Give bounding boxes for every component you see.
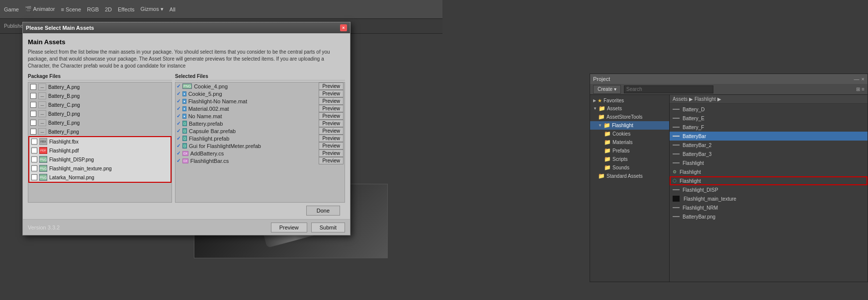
menu-all[interactable]: All <box>170 6 175 12</box>
preview-button[interactable]: Preview <box>319 112 344 120</box>
menu-game[interactable]: Game <box>4 6 19 12</box>
selected-files-column: Selected Files ✓ PNG Cookie_4.png Previe… <box>175 74 345 203</box>
preview-button[interactable]: Preview <box>319 82 344 90</box>
checkmark-icon: ✓ <box>176 136 180 141</box>
create-button[interactable]: Create ▾ <box>593 85 621 94</box>
file-row[interactable]: Flashlight_main_texture <box>670 194 868 203</box>
panel-minimize[interactable]: — <box>854 76 860 82</box>
list-item[interactable]: — Battery_C.png <box>28 100 172 109</box>
tree-cookies[interactable]: 📁 Cookies <box>590 130 669 138</box>
file-row[interactable]: Battery_D <box>670 105 868 114</box>
dialog-columns: Package Files — Battery_A.png — Battery_… <box>28 74 345 203</box>
tree-materials[interactable]: 📁 Materials <box>590 138 669 147</box>
tree-flashlight[interactable]: ▼ 📁 Flashlight <box>590 121 669 130</box>
checkbox[interactable] <box>30 111 36 117</box>
dash-icon <box>673 127 680 128</box>
filename: Flashlight_NRM <box>683 205 718 211</box>
file-row[interactable]: ⚙ Flashlight <box>670 167 868 176</box>
file-row[interactable]: BatteryBar_2 <box>670 141 868 150</box>
file-row[interactable]: Flashlight_DISP <box>670 185 868 194</box>
menu-effects[interactable]: Effects <box>118 6 134 12</box>
checkmark-icon: ✓ <box>176 106 180 111</box>
panel-close[interactable]: × <box>862 76 865 82</box>
tree-sounds[interactable]: 📁 Sounds <box>590 163 669 172</box>
checkbox[interactable] <box>30 84 36 90</box>
tree-assets[interactable]: ▼ 📁 Assets <box>590 104 669 113</box>
menu-rgb[interactable]: RGB <box>87 6 99 12</box>
dash-icon <box>673 162 680 163</box>
file-row[interactable]: BatteryBar_3 <box>670 150 868 158</box>
preview-button[interactable]: Preview <box>319 142 344 150</box>
list-item[interactable]: FBX Flashlight.fbx <box>29 137 171 146</box>
tree-standard[interactable]: 📁 Standard Assets <box>590 172 669 180</box>
file-row-selected[interactable]: BatteryBar <box>670 132 868 141</box>
checkbox[interactable] <box>30 102 36 108</box>
action-buttons: Preview Submit <box>271 223 345 232</box>
list-item[interactable]: PNG Flashlight_main_texture.png <box>29 164 171 173</box>
preview-button[interactable]: Preview <box>319 157 344 164</box>
project-titlebar: Project — × <box>590 74 868 84</box>
menu-animator[interactable]: 🎬 Animator <box>25 6 55 12</box>
menu-scene[interactable]: ≡ Scene <box>61 6 81 12</box>
dialog-close-button[interactable]: × <box>340 24 347 31</box>
preview-button[interactable]: Preview <box>319 135 344 142</box>
tree-prefabs[interactable]: 📁 Prefabs <box>590 147 669 155</box>
breadcrumb-flashlight[interactable]: Flashlight <box>694 96 716 102</box>
checkbox[interactable] <box>30 129 36 135</box>
done-button[interactable]: Done <box>306 206 340 216</box>
list-item[interactable]: PNG Latarka_Normal.png <box>29 173 171 182</box>
mat-icon: ● <box>182 99 186 104</box>
file-row[interactable]: BatteryBar.png <box>670 212 868 221</box>
submit-button[interactable]: Submit <box>311 223 345 232</box>
file-row[interactable]: Battery_E <box>670 114 868 123</box>
preview-button[interactable]: Preview <box>319 105 344 112</box>
package-files-list[interactable]: — Battery_A.png — Battery_B.png — Batter… <box>28 82 172 203</box>
unity-background: Game 🎬 Animator ≡ Scene RGB 2D Effects G… <box>0 0 442 300</box>
project-files[interactable]: Assets ▶ Flashlight ▶ Battery_D Battery_… <box>670 95 868 282</box>
search-input[interactable] <box>624 85 713 93</box>
file-row[interactable]: Battery_F <box>670 123 868 132</box>
preview-main-button[interactable]: Preview <box>271 223 307 232</box>
list-item[interactable]: — Battery_F.png <box>28 127 172 136</box>
list-item[interactable]: — Battery_B.png <box>28 91 172 100</box>
list-item[interactable]: — Battery_A.png <box>28 82 172 91</box>
cs-icon: C# <box>182 158 188 163</box>
checkbox[interactable] <box>30 120 36 126</box>
checkbox[interactable] <box>31 139 37 145</box>
tree-favorites[interactable]: ▶ ★ Favorites <box>590 97 669 104</box>
dash-icon <box>673 207 680 208</box>
preview-button[interactable]: Preview <box>319 127 344 135</box>
project-tree[interactable]: ▶ ★ Favorites ▼ 📁 Assets 📁 AssetStoreToo… <box>590 95 670 282</box>
filename: FlashlightBar.cs <box>190 158 229 164</box>
checkbox[interactable] <box>31 174 37 180</box>
checkbox[interactable] <box>31 148 37 153</box>
menu-gizmos[interactable]: Gizmos ▾ <box>140 6 163 12</box>
list-item[interactable]: PDF Flashlight.pdf <box>29 146 171 155</box>
preview-button[interactable]: Preview <box>319 120 344 127</box>
checkbox[interactable] <box>31 156 37 162</box>
checkmark-icon: ✓ <box>176 143 180 149</box>
expand-arrow: ▼ <box>593 106 597 111</box>
list-item[interactable]: PNG Flashlight_DISP.png <box>29 155 171 164</box>
list-item[interactable]: — Battery_E.png <box>28 118 172 127</box>
version-label: Version 3.3.2 <box>28 225 60 230</box>
folder-icon: 📁 <box>598 173 605 179</box>
breadcrumb-assets[interactable]: Assets <box>673 96 688 102</box>
menu-2d[interactable]: 2D <box>105 6 112 12</box>
tree-assetstoretools[interactable]: 📁 AssetStoreTools <box>590 113 669 121</box>
folder-icon: 📁 <box>599 105 606 112</box>
folder-icon: 📁 <box>604 122 610 129</box>
file-row-flashlight-prefab[interactable]: ⬡ Flashlight <box>670 176 868 185</box>
preview-button[interactable]: Preview <box>319 97 344 105</box>
selected-item: ✓ C# AddBattery.cs Preview <box>175 150 345 157</box>
preview-button[interactable]: Preview <box>319 90 344 97</box>
list-item[interactable]: — Battery_D.png <box>28 109 172 118</box>
file-row[interactable]: Flashlight_NRM <box>670 203 868 212</box>
selected-files-list[interactable]: ✓ PNG Cookie_4.png Preview ✓ ● Cookie_5.… <box>175 82 345 203</box>
checkbox[interactable] <box>30 93 36 99</box>
file-row[interactable]: Flashlight <box>670 158 868 167</box>
tree-scripts[interactable]: 📁 Scripts <box>590 155 669 163</box>
toolbar-icons[interactable]: ⊞ ≡ <box>856 86 865 92</box>
preview-button[interactable]: Preview <box>319 150 344 157</box>
checkbox[interactable] <box>31 165 37 171</box>
